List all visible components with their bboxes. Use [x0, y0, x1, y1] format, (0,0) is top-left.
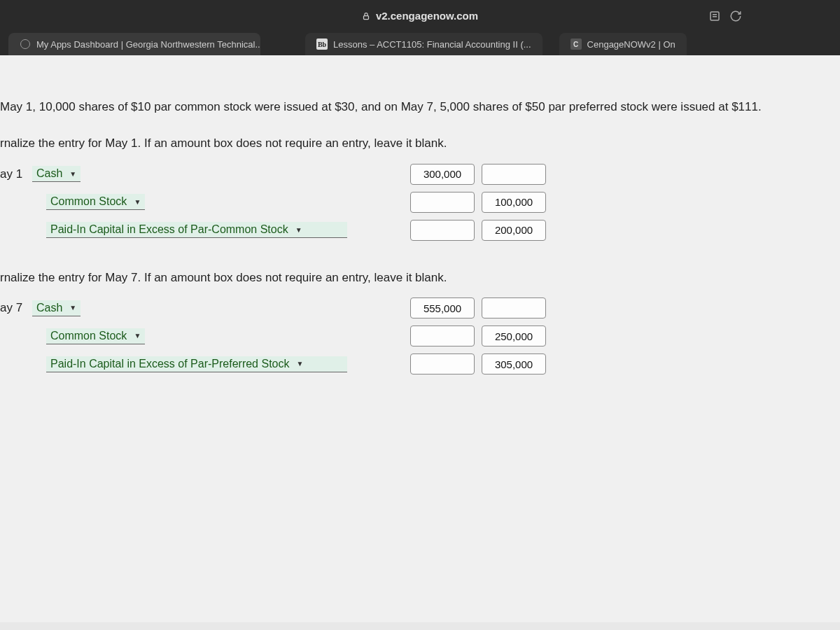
account-value: Paid-In Capital in Excess of Par-Preferr… — [50, 358, 289, 370]
journal-row: Common Stock ▼ 250,000 — [0, 324, 840, 348]
debit-input[interactable] — [410, 354, 475, 374]
chevron-down-icon: ▼ — [134, 198, 141, 206]
tab-dashboard[interactable]: My Apps Dashboard | Georgia Northwestern… — [8, 33, 260, 55]
tab-cengage[interactable]: C CengageNOWv2 | On — [559, 33, 687, 55]
account-value: Cash — [36, 167, 62, 180]
debit-input[interactable]: 555,000 — [410, 298, 475, 318]
lock-icon — [362, 11, 370, 21]
chevron-down-icon: ▼ — [295, 226, 302, 234]
url-text: v2.cengagenow.com — [376, 10, 478, 22]
page-content: May 1, 10,000 shares of $10 par common s… — [0, 55, 840, 622]
account-select-cash[interactable]: Cash ▼ — [32, 166, 80, 182]
tab-label: My Apps Dashboard | Georgia Northwestern… — [36, 39, 260, 50]
account-select-paid-in-capital-preferred[interactable]: Paid-In Capital in Excess of Par-Preferr… — [46, 356, 347, 372]
credit-input[interactable]: 305,000 — [482, 354, 546, 374]
journal-entry-may7: ay 7 Cash ▼ 555,000 Common Stock ▼ — [0, 296, 840, 376]
credit-input[interactable] — [482, 164, 546, 185]
journal-row: Paid-In Capital in Excess of Par-Preferr… — [0, 352, 840, 376]
journal-row: Common Stock ▼ 100,000 — [0, 190, 840, 214]
credit-input[interactable]: 250,000 — [482, 326, 546, 346]
account-value: Paid-In Capital in Excess of Par-Common … — [50, 223, 288, 236]
debit-input[interactable] — [410, 326, 475, 346]
tab-label: Lessons – ACCT1105: Financial Accounting… — [333, 39, 531, 50]
url-bar[interactable]: v2.cengagenow.com — [362, 10, 478, 22]
toolbar-right — [708, 10, 742, 22]
journal-row: ay 7 Cash ▼ 555,000 — [0, 296, 840, 320]
chevron-down-icon: ▼ — [69, 304, 76, 312]
account-select-cash[interactable]: Cash ▼ — [32, 300, 80, 316]
credit-input[interactable]: 100,000 — [482, 192, 546, 213]
debit-input[interactable]: 300,000 — [410, 164, 475, 185]
account-select-paid-in-capital-common[interactable]: Paid-In Capital in Excess of Par-Common … — [46, 222, 347, 238]
account-select-common-stock[interactable]: Common Stock ▼ — [46, 194, 145, 210]
credit-input[interactable]: 200,000 — [482, 220, 546, 241]
address-bar-row: v2.cengagenow.com — [0, 6, 840, 26]
chevron-down-icon: ▼ — [296, 360, 303, 368]
reload-icon[interactable] — [729, 10, 742, 22]
problem-intro: May 1, 10,000 shares of $10 par common s… — [0, 97, 840, 129]
date-label: ay 1 — [0, 167, 32, 181]
favicon-c-icon: C — [570, 38, 582, 50]
favicon-bb-icon: Bb — [316, 38, 328, 50]
tab-lessons[interactable]: Bb Lessons – ACCT1105: Financial Account… — [305, 33, 542, 55]
tab-label: CengageNOWv2 | On — [587, 39, 676, 50]
credit-input[interactable] — [482, 298, 546, 318]
account-value: Common Stock — [50, 330, 127, 342]
reader-mode-icon[interactable] — [708, 10, 721, 22]
date-label: ay 7 — [0, 301, 32, 315]
instruction-may1: rnalize the entry for May 1. If an amoun… — [0, 129, 840, 162]
favicon-circle-icon — [20, 38, 31, 50]
account-value: Cash — [36, 302, 62, 314]
chevron-down-icon: ▼ — [69, 170, 76, 178]
debit-input[interactable] — [410, 192, 475, 213]
journal-row: ay 1 Cash ▼ 300,000 — [0, 162, 840, 186]
account-select-common-stock[interactable]: Common Stock ▼ — [46, 328, 145, 344]
instruction-may7: rnalize the entry for May 7. If an amoun… — [0, 263, 840, 297]
journal-row: Paid-In Capital in Excess of Par-Common … — [0, 218, 840, 242]
svg-rect-0 — [363, 15, 368, 19]
browser-chrome: v2.cengagenow.com My Apps Dashboard | Ge… — [0, 0, 840, 55]
journal-entry-may1: ay 1 Cash ▼ 300,000 Common Stock ▼ — [0, 162, 840, 242]
account-value: Common Stock — [50, 195, 127, 208]
debit-input[interactable] — [410, 220, 475, 241]
chevron-down-icon: ▼ — [134, 332, 141, 340]
tab-strip: My Apps Dashboard | Georgia Northwestern… — [0, 26, 840, 55]
